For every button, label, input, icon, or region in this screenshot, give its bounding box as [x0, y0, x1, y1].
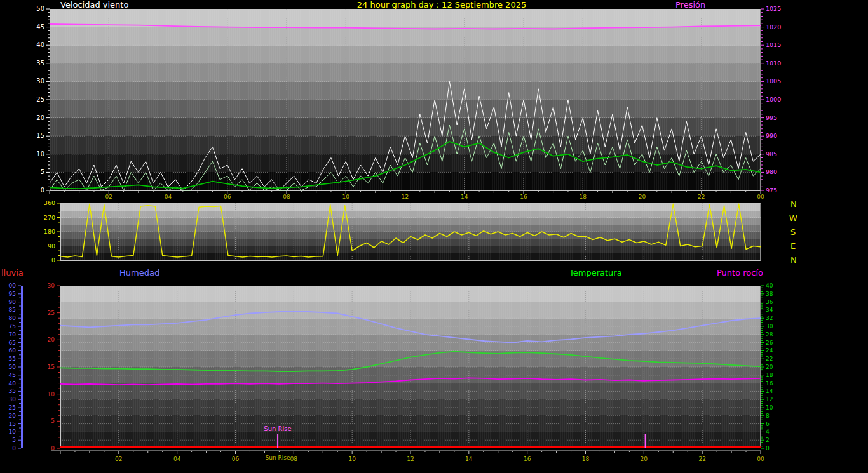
- temperature-axis-label: 16: [766, 380, 773, 387]
- temperature-axis-label: 12: [766, 396, 773, 403]
- hour-label: 16: [524, 456, 531, 462]
- wind-axis-label: 20: [36, 114, 44, 121]
- compass-letter-n1: N: [790, 200, 797, 208]
- pressure-axis-label: 1000: [766, 96, 781, 103]
- temperature-axis-label: 2: [766, 437, 770, 443]
- hour-label: 20: [639, 194, 646, 200]
- hour-label: 10: [348, 456, 356, 462]
- hour-label: 12: [407, 456, 414, 462]
- hour-label: 02: [115, 456, 122, 462]
- wind-axis-label: 50: [36, 5, 44, 12]
- hour-label: 16: [520, 194, 527, 200]
- humidity-axis-label: 5: [12, 437, 16, 443]
- compass-letter-w: W: [789, 214, 797, 222]
- hour-label: 14: [465, 456, 473, 462]
- temperature-axis-label: 26: [766, 340, 773, 346]
- humidity-axis-label: 65: [9, 340, 16, 346]
- humidity-axis-label: 15: [9, 421, 16, 427]
- pressure-axis-label: 980: [766, 168, 777, 175]
- humidity-axis-label: 35: [9, 388, 16, 394]
- direction-axis-label: 90: [48, 243, 55, 250]
- compass-letter-e: E: [790, 242, 796, 250]
- hour-label: 18: [580, 194, 587, 200]
- humidity-axis-label: 40: [9, 380, 17, 387]
- humidity-axis-label: 45: [9, 372, 16, 378]
- temperature-axis-label: 20: [766, 364, 773, 370]
- hour-label: 20: [641, 456, 648, 462]
- hour-label: 04: [165, 194, 172, 200]
- pressure-axis-label: 1015: [766, 41, 781, 48]
- temperature-axis-label: 6: [766, 421, 770, 427]
- dewpoint-section-label: Punto rocío: [717, 269, 763, 277]
- temperature-axis-label: 8: [766, 413, 770, 419]
- humidity-axis-label: 20: [9, 413, 17, 419]
- sunrise-axis-label: Sun Rise: [260, 455, 295, 461]
- sunrise-marker-label: Sun Rise: [257, 425, 298, 432]
- pressure-axis-label: 995: [766, 114, 777, 121]
- weather-graph-window: Velocidad viento 24 hour graph day : 12 …: [0, 0, 868, 473]
- humidity-axis-label: 0: [12, 445, 16, 451]
- hour-label: 06: [224, 194, 231, 200]
- hour-label: 22: [698, 194, 705, 200]
- humidity-axis-label: 70: [9, 331, 17, 338]
- pressure-axis-label: 1025: [766, 5, 781, 12]
- hour-label: 10: [342, 194, 350, 200]
- hour-label: 04: [173, 456, 181, 462]
- rain-axis-label: 20: [48, 336, 55, 343]
- direction-axis-label: 180: [44, 228, 55, 235]
- temperature-axis-label: 22: [766, 356, 773, 362]
- rain-axis-label: 25: [48, 310, 55, 316]
- humidity-axis-label: 50: [9, 364, 17, 370]
- wind-axis-label: 25: [36, 96, 44, 103]
- direction-axis-label: 0: [51, 256, 55, 263]
- compass-letter-n2: N: [790, 256, 797, 264]
- humidity-axis-bar: [21, 286, 23, 448]
- direction-axis-label: 270: [44, 214, 55, 221]
- hour-label: 00: [757, 456, 764, 462]
- rain-axis-label: 30: [48, 283, 55, 289]
- temperature-axis-label: 4: [766, 429, 770, 435]
- pressure-axis-label: 1005: [766, 77, 781, 84]
- rain-axis-label: 10: [48, 391, 55, 397]
- pressure-axis-label: 985: [766, 150, 777, 157]
- temperature-axis-label: 40: [766, 283, 773, 289]
- wind-axis-label: 10: [36, 150, 44, 157]
- temperature-axis-label: 30: [766, 323, 773, 330]
- wind-axis-label: 40: [36, 41, 44, 48]
- temperature-axis-label: 28: [766, 331, 773, 338]
- hour-label: 06: [232, 456, 240, 462]
- temperature-axis-label: 0: [766, 445, 770, 451]
- wind-axis-label: 30: [36, 77, 44, 84]
- temperature-axis-label: 14: [766, 388, 773, 394]
- chart-canvas: 5045403530252015105010251020101510101005…: [0, 0, 868, 473]
- rain-axis-label: 15: [48, 364, 55, 370]
- humidity-axis-label: 85: [9, 307, 16, 313]
- hour-label: 12: [402, 194, 409, 200]
- rain-axis-label: 5: [51, 418, 55, 424]
- wind-axis-label: 15: [36, 132, 44, 139]
- pressure-axis-label: 990: [766, 132, 777, 139]
- humidity-axis-label: 55: [9, 356, 16, 362]
- humidity-axis-label: 00: [9, 283, 17, 289]
- humidity-axis-label: 75: [9, 323, 16, 330]
- humidity-axis-label: 10: [9, 429, 17, 435]
- temperature-axis-label: 10: [766, 404, 773, 411]
- humidity-section-label: Humedad: [119, 269, 159, 277]
- humidity-axis-label: 25: [9, 404, 16, 411]
- humidity-axis-label: 60: [9, 347, 17, 354]
- humidity-axis-label: 90: [9, 299, 17, 305]
- hour-label: 14: [461, 194, 468, 200]
- wind-axis-label: 45: [36, 23, 44, 30]
- humidity-axis-label: 95: [9, 291, 16, 297]
- hour-label: 18: [582, 456, 590, 462]
- humidity-axis-label: 30: [9, 396, 17, 403]
- wind-axis-label: 5: [41, 168, 44, 175]
- temperature-axis-label: 34: [766, 307, 773, 313]
- hour-label: 02: [105, 194, 112, 200]
- temperature-axis-label: 18: [766, 372, 773, 378]
- temperature-axis-label: 36: [766, 299, 773, 305]
- hour-label: 08: [283, 194, 290, 200]
- direction-axis-label: 360: [44, 199, 55, 206]
- compass-letter-s: S: [790, 228, 796, 236]
- wind-axis-label: 0: [41, 187, 44, 194]
